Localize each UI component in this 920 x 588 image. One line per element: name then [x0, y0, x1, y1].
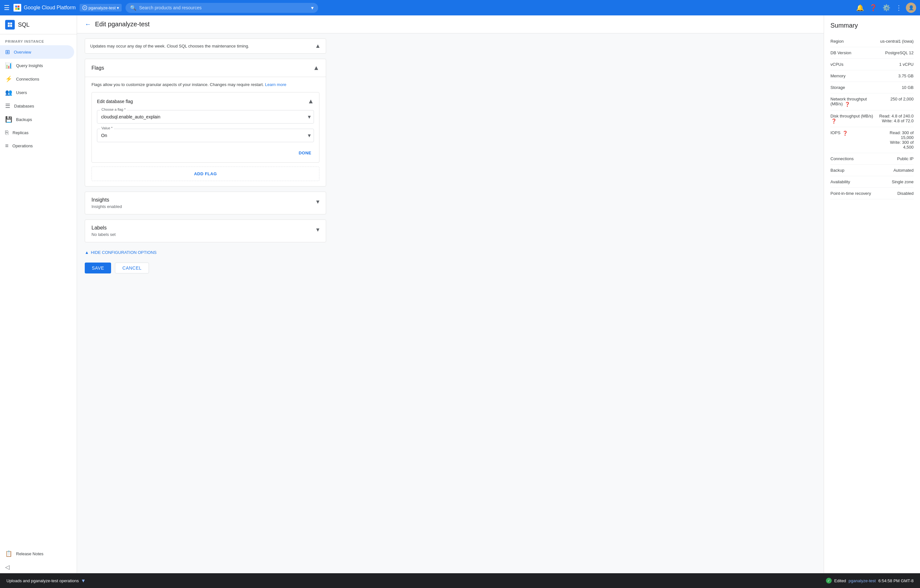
summary-key-disk: Disk throughput (MB/s) ❓	[831, 113, 875, 124]
sidebar-item-connections[interactable]: ⚡ Connections	[0, 72, 74, 86]
sidebar-collapse-button[interactable]: ◁	[0, 560, 77, 574]
sidebar-item-label-db: Databases	[14, 104, 34, 109]
summary-val-backup: Automated	[879, 168, 914, 173]
nav-icons: 🔔 ❓ ⚙️ ⋮ 👤	[855, 3, 916, 13]
help-icon[interactable]: ❓	[868, 3, 879, 13]
search-input[interactable]	[139, 5, 308, 10]
summary-row-vcpus: vCPUs 1 vCPU	[831, 59, 914, 70]
summary-key-iops: IOPS ❓	[831, 130, 875, 136]
flag-select[interactable]: cloudsql.enable_auto_explain	[97, 110, 314, 123]
sidebar-item-label-replicas: Replicas	[13, 130, 29, 135]
sidebar-item-label-ops: Operations	[13, 144, 33, 148]
insights-section-header[interactable]: Insights Insights enabled ▾	[85, 192, 326, 214]
summary-val-network: 250 of 2,000	[879, 97, 914, 101]
insights-title: Insights	[91, 197, 122, 203]
flags-learn-more-link[interactable]: Learn more	[265, 82, 286, 87]
summary-row-region: Region us-central1 (Iowa)	[831, 36, 914, 47]
sidebar-item-users[interactable]: 👥 Users	[0, 86, 74, 99]
summary-val-storage: 10 GB	[879, 85, 914, 90]
insights-section-text: Insights Insights enabled	[91, 197, 122, 209]
notification-message: Uploads and pganalyze-test operations	[6, 578, 79, 583]
sidebar-item-label-conn: Connections	[16, 77, 39, 81]
backups-icon: 💾	[5, 116, 12, 123]
sidebar-item-operations[interactable]: ≡ Operations	[0, 139, 74, 152]
page-header: ← Edit pganalyze-test	[77, 15, 824, 33]
flags-toggle-icon: ▲	[313, 64, 319, 71]
operations-icon: ≡	[5, 143, 9, 149]
collapse-sidebar-icon: ◁	[5, 564, 10, 571]
svg-rect-5	[8, 23, 10, 24]
sidebar-item-backups[interactable]: 💾 Backups	[0, 113, 74, 126]
summary-row-iops: IOPS ❓ Read: 300 of 15,000 Write: 300 of…	[831, 127, 914, 153]
summary-val-availability: Single zone	[879, 180, 914, 184]
summary-key-connections: Connections	[831, 156, 875, 161]
main-content: ← Edit pganalyze-test Updates may occur …	[77, 15, 824, 577]
value-select-wrapper: On ▾	[97, 129, 314, 142]
flag-edit-title: Edit database flag	[97, 99, 133, 104]
summary-panel: Summary Region us-central1 (Iowa) DB Ver…	[824, 15, 920, 577]
value-select[interactable]: On	[97, 129, 314, 142]
cancel-button[interactable]: CANCEL	[115, 262, 149, 274]
more-options-icon[interactable]: ⋮	[894, 3, 903, 13]
sidebar-item-overview[interactable]: ⊞ Overview	[0, 45, 74, 59]
page-title: Edit pganalyze-test	[95, 21, 150, 28]
summary-key-region: Region	[831, 39, 875, 44]
summary-val-region: us-central1 (Iowa)	[879, 39, 914, 44]
labels-section-text: Labels No labels set	[91, 225, 115, 237]
avatar[interactable]: 👤	[906, 3, 916, 13]
done-button[interactable]: DONE	[296, 149, 314, 157]
project-name: pganalyze-test	[89, 5, 116, 10]
top-nav: ☰ Google Cloud Platform pganalyze-test ▾…	[0, 0, 920, 15]
maintenance-note-text: Updates may occur any day of the week. C…	[90, 44, 249, 49]
form-area: Updates may occur any day of the week. C…	[77, 33, 334, 284]
menu-icon[interactable]: ☰	[4, 4, 10, 11]
notification-right: ✓ Edited pganalyze-test 6:54:58 PM GMT-8	[826, 578, 914, 583]
summary-key-availability: Availability	[831, 180, 875, 184]
project-dropdown-icon: ▾	[117, 5, 119, 10]
notifications-icon[interactable]: 🔔	[855, 3, 865, 13]
sql-icon	[5, 20, 15, 29]
summary-row-db-version: DB Version PostgreSQL 12	[831, 47, 914, 59]
search-bar[interactable]: 🔍 ▾	[126, 3, 318, 13]
sidebar-item-replicas[interactable]: ⎘ Replicas	[0, 126, 74, 139]
notification-link[interactable]: pganalyze-test	[849, 578, 876, 583]
flags-section-header[interactable]: Flags ▲	[85, 59, 326, 77]
sidebar-item-query-insights[interactable]: 📊 Query Insights	[0, 59, 74, 72]
flag-edit-header: Edit database flag ▲	[97, 97, 314, 105]
labels-title: Labels	[91, 225, 115, 231]
summary-key-db-version: DB Version	[831, 50, 875, 55]
summary-row-memory: Memory 3.75 GB	[831, 70, 914, 82]
bottom-notification: Uploads and pganalyze-test operations ▾ …	[0, 573, 920, 588]
release-notes-label: Release Notes	[16, 551, 43, 556]
add-flag-button[interactable]: ADD FLAG	[91, 167, 319, 181]
flag-edit-toggle-icon[interactable]: ▲	[308, 97, 314, 105]
notification-collapse-icon[interactable]: ▾	[82, 577, 85, 584]
labels-section-header[interactable]: Labels No labels set ▾	[85, 220, 326, 242]
network-help-icon[interactable]: ❓	[845, 102, 850, 107]
disk-help-icon[interactable]: ❓	[831, 118, 837, 123]
svg-rect-2	[15, 8, 17, 10]
insights-section: Insights Insights enabled ▾	[85, 192, 326, 214]
back-button[interactable]: ←	[85, 21, 91, 28]
summary-val-memory: 3.75 GB	[879, 73, 914, 78]
save-button[interactable]: SAVE	[85, 262, 111, 274]
maintenance-collapse-icon[interactable]: ▲	[315, 43, 321, 49]
sidebar-item-databases[interactable]: ☰ Databases	[0, 99, 74, 113]
sidebar-item-label-users: Users	[16, 90, 27, 95]
summary-key-network: Network throughput (MB/s) ❓	[831, 97, 875, 107]
content-area: ← Edit pganalyze-test Updates may occur …	[77, 15, 920, 577]
iops-help-icon[interactable]: ❓	[842, 131, 848, 136]
connections-icon: ⚡	[5, 75, 12, 83]
hide-config-button[interactable]: ▲ HIDE CONFIGURATION OPTIONS	[85, 248, 326, 258]
summary-key-memory: Memory	[831, 73, 875, 78]
flags-section-body: Flags allow you to customize granular as…	[85, 77, 326, 186]
query-insights-icon: 📊	[5, 62, 12, 69]
svg-rect-0	[15, 5, 17, 7]
sql-label: SQL	[18, 21, 29, 28]
success-icon: ✓	[826, 578, 832, 583]
summary-val-iops: Read: 300 of 15,000 Write: 300 of 4,500	[879, 130, 914, 149]
settings-icon[interactable]: ⚙️	[881, 3, 892, 13]
project-selector[interactable]: pganalyze-test ▾	[79, 4, 122, 11]
sidebar-item-release-notes[interactable]: 📋 Release Notes	[0, 547, 77, 560]
summary-key-backup: Backup	[831, 168, 875, 173]
